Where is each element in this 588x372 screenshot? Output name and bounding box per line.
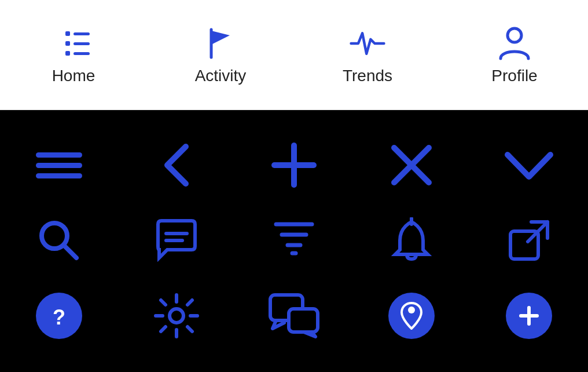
trends-label: Trends xyxy=(343,67,392,85)
svg-point-26 xyxy=(170,309,183,323)
chat-icon[interactable] xyxy=(124,214,229,267)
svg-rect-4 xyxy=(74,42,90,45)
messages-icon[interactable] xyxy=(242,290,346,342)
external-link-icon[interactable] xyxy=(477,214,581,267)
search-icon[interactable] xyxy=(7,214,111,267)
help-icon[interactable]: ? xyxy=(7,290,111,342)
svg-rect-0 xyxy=(65,31,70,36)
icons-row-2 xyxy=(0,203,588,278)
menu-icon[interactable] xyxy=(7,139,111,191)
svg-rect-9 xyxy=(36,173,82,178)
settings-icon[interactable] xyxy=(124,290,229,342)
activity-icon xyxy=(202,25,239,62)
profile-label: Profile xyxy=(491,67,537,85)
profile-icon xyxy=(496,25,533,62)
svg-rect-28 xyxy=(289,309,318,332)
activity-label: Activity xyxy=(195,67,247,85)
fab-add-icon[interactable] xyxy=(477,290,581,342)
back-icon[interactable] xyxy=(124,139,229,191)
svg-rect-8 xyxy=(36,163,82,168)
svg-line-15 xyxy=(64,245,76,258)
svg-rect-1 xyxy=(65,41,70,46)
trends-icon xyxy=(349,25,386,62)
nav-home[interactable]: Home xyxy=(10,25,137,85)
home-label: Home xyxy=(52,67,95,85)
svg-rect-7 xyxy=(36,152,82,158)
home-icon xyxy=(55,25,92,62)
location-icon[interactable] xyxy=(359,290,464,342)
nav-activity[interactable]: Activity xyxy=(157,25,284,85)
svg-rect-2 xyxy=(65,51,70,56)
close-icon[interactable] xyxy=(359,139,464,191)
svg-text:?: ? xyxy=(53,305,65,329)
svg-point-6 xyxy=(508,28,521,42)
icons-row-1 xyxy=(0,127,588,203)
nav-profile[interactable]: Profile xyxy=(451,25,578,85)
icons-row-3: ? xyxy=(0,278,588,353)
filter-icon[interactable] xyxy=(242,214,346,267)
nav-trends[interactable]: Trends xyxy=(304,25,431,85)
svg-rect-5 xyxy=(74,52,90,55)
svg-rect-3 xyxy=(74,32,90,35)
chevron-down-icon[interactable] xyxy=(477,139,581,191)
icons-section: ? xyxy=(0,110,588,371)
svg-point-29 xyxy=(408,307,415,313)
add-icon[interactable] xyxy=(242,139,346,191)
notification-icon[interactable] xyxy=(359,214,464,267)
nav-bar: Home Activity Trends Pr xyxy=(0,0,588,110)
